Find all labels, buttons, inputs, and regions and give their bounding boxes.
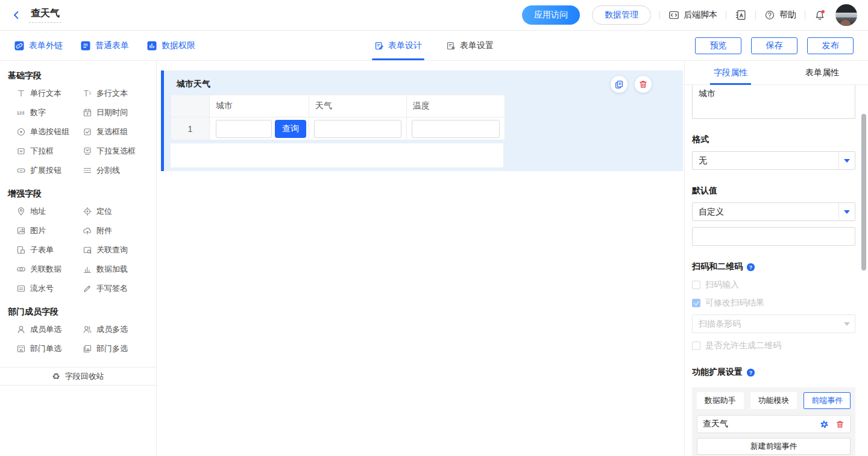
chevron-down-icon: [844, 210, 850, 214]
divider-icon: [83, 166, 92, 175]
weather-input[interactable]: [314, 120, 401, 138]
column-header-weather[interactable]: 天气: [309, 95, 407, 117]
tab-frontend-event[interactable]: 前端事件: [804, 392, 851, 409]
backend-script-button[interactable]: 后端脚本: [668, 10, 717, 20]
field-item-label: 多行文本: [96, 88, 128, 99]
field-item-dept-single[interactable]: 部门单选: [8, 339, 75, 358]
column-header-temperature[interactable]: 温度: [407, 95, 505, 117]
field-item-radio-group[interactable]: 单选按钮组: [8, 122, 75, 142]
field-item-multi-line-text[interactable]: 多行文本: [75, 84, 141, 103]
tab-form-design[interactable]: 表单设计: [374, 31, 422, 60]
checkbox-checked[interactable]: [692, 299, 700, 307]
app-access-button[interactable]: 应用访问: [522, 5, 580, 25]
field-item-extension-button[interactable]: 扩展按钮: [8, 161, 75, 180]
field-item-dropdown[interactable]: 下拉框: [8, 142, 75, 161]
data-permission-button[interactable]: 数据权限: [147, 40, 195, 51]
help-badge-icon[interactable]: ?: [746, 368, 755, 377]
checkbox-unchecked[interactable]: [692, 342, 700, 350]
field-item-datetime[interactable]: 日期时间: [75, 103, 141, 122]
field-item-checkbox-group[interactable]: 复选框组: [75, 122, 141, 142]
tab-form-design-label: 表单设计: [388, 40, 422, 51]
format-select[interactable]: 无: [692, 151, 855, 170]
field-item-linked-data[interactable]: 关联数据: [8, 260, 75, 279]
field-item-member-multi[interactable]: 成员多选: [75, 320, 141, 339]
delete-widget-button[interactable]: [635, 76, 652, 93]
column-header-city[interactable]: 城市: [210, 95, 309, 117]
field-item-label: 扩展按钮: [30, 165, 61, 176]
field-title-input[interactable]: 城市: [692, 85, 855, 119]
avatar[interactable]: [835, 4, 857, 26]
format-label: 格式: [692, 134, 855, 145]
field-item-signature[interactable]: 手写签名: [75, 279, 141, 298]
new-frontend-event-button[interactable]: 新建前端事件: [697, 438, 851, 455]
publish-button[interactable]: 发布: [807, 37, 854, 54]
editable-scan-result-option[interactable]: 可修改扫码结果: [692, 298, 855, 308]
scan-input-option[interactable]: 扫码输入: [692, 280, 855, 290]
field-item-single-line-text[interactable]: 单行文本: [8, 84, 75, 103]
panel-scrollbar[interactable]: [861, 114, 866, 270]
field-item-label: 关联数据: [30, 264, 61, 275]
copy-widget-button[interactable]: [611, 76, 627, 93]
city-input[interactable]: [216, 120, 272, 138]
extension-section-title: 功能扩展设置: [692, 367, 743, 378]
multiselect-icon: [83, 146, 92, 156]
preview-button[interactable]: 预览: [695, 37, 741, 54]
bell-icon[interactable]: [814, 9, 826, 21]
help-button[interactable]: 帮助: [764, 10, 796, 20]
dept-member-fields-grid: 成员单选 成员多选 部门单选 部门多选: [0, 320, 156, 358]
form-title[interactable]: 查天气: [29, 7, 61, 23]
chevron-down-icon: [844, 159, 850, 163]
form-canvas[interactable]: 城市天气 城市 天气 温度: [157, 61, 684, 455]
tab-field-properties[interactable]: 字段属性: [685, 61, 776, 84]
link-icon: [14, 41, 24, 51]
caret-box: [838, 152, 855, 169]
field-item-linked-query[interactable]: 关联查询: [75, 240, 141, 260]
allow-qr-option[interactable]: 是否允许生成二维码: [692, 340, 855, 351]
svg-text:?: ?: [749, 369, 752, 375]
field-item-serial-number[interactable]: 流水号: [8, 279, 75, 298]
field-item-address[interactable]: 地址: [8, 202, 75, 221]
checkbox-unchecked[interactable]: [692, 281, 700, 289]
extension-tabs: 数据助手 功能模块 前端事件: [697, 392, 851, 409]
data-manage-button[interactable]: 数据管理: [592, 5, 651, 25]
plain-form-button[interactable]: 普通表单: [81, 40, 129, 51]
building-icon: [16, 344, 26, 354]
tab-data-assistant[interactable]: 数据助手: [697, 392, 744, 409]
field-item-dept-multi[interactable]: 部门多选: [75, 339, 141, 358]
tab-form-properties[interactable]: 表单属性: [776, 61, 868, 84]
help-badge-icon[interactable]: ?: [746, 263, 755, 272]
frontend-event-row[interactable]: 查天气: [697, 415, 851, 433]
back-icon[interactable]: [11, 10, 22, 20]
field-recycle-bin-button[interactable]: ♻ 字段回收站: [0, 367, 156, 386]
field-item-data-load[interactable]: 数据加载: [75, 260, 141, 279]
frontend-event-name: 查天气: [703, 419, 813, 429]
field-item-attachment[interactable]: 附件: [75, 221, 141, 240]
tab-form-settings-label: 表单设置: [460, 40, 494, 51]
custom-default-value-input[interactable]: [692, 227, 855, 246]
query-button[interactable]: 查询: [275, 120, 306, 138]
weather-cell: [309, 117, 407, 140]
scan-mode-select-value: 扫描条形码: [699, 319, 741, 330]
subform-empty-area[interactable]: [171, 143, 503, 167]
buildings-icon: [83, 344, 92, 354]
field-item-number[interactable]: 123数字: [8, 103, 75, 122]
form-external-link-button[interactable]: 表单外链: [14, 40, 63, 51]
field-item-multi-dropdown[interactable]: 下拉复选框: [75, 142, 141, 161]
field-item-label: 复选框组: [96, 126, 128, 137]
temperature-input[interactable]: [412, 120, 500, 138]
subform-widget-selected[interactable]: 城市天气 城市 天气 温度: [161, 70, 683, 171]
field-item-image[interactable]: 图片: [8, 221, 75, 240]
trash-icon[interactable]: [835, 420, 844, 429]
field-item-location[interactable]: 定位: [75, 202, 141, 221]
field-item-divider[interactable]: 分割线: [75, 161, 141, 180]
button-icon: [16, 166, 26, 175]
gear-icon[interactable]: [820, 420, 829, 429]
field-item-member-single[interactable]: 成员单选: [8, 320, 75, 339]
field-item-subform[interactable]: 子表单: [8, 240, 75, 260]
save-button[interactable]: 保存: [751, 37, 797, 54]
default-value-select[interactable]: 自定义: [692, 202, 855, 221]
contacts-icon[interactable]: [735, 9, 747, 21]
tab-function-module[interactable]: 功能模块: [750, 392, 797, 409]
image-icon: [16, 226, 26, 236]
tab-form-settings[interactable]: 表单设置: [446, 31, 494, 60]
